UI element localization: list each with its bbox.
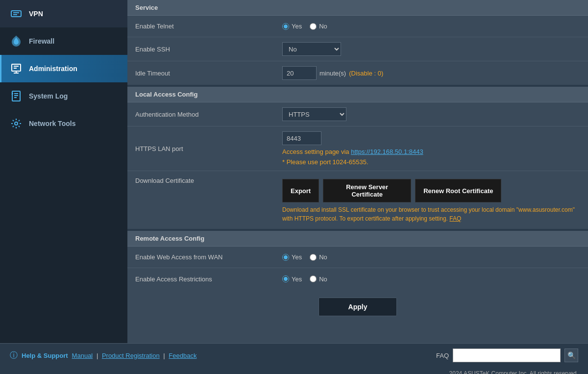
vpn-icon	[9, 7, 23, 21]
faq-label: FAQ	[436, 352, 449, 359]
web-yes-radio[interactable]	[282, 254, 289, 261]
web-no-option[interactable]: No	[310, 253, 327, 261]
cert-description: Download and install SSL certificate on …	[282, 205, 580, 223]
product-reg-link[interactable]: Product Registration	[102, 352, 160, 359]
auth-method-select[interactable]: HTTPS HTTP & HTTPS	[282, 107, 346, 121]
rest-yes-option[interactable]: Yes	[282, 275, 302, 283]
download-cert-control: Export Renew Server Certificate Renew Ro…	[282, 177, 580, 223]
enable-telnet-label: Enable Telnet	[135, 23, 282, 30]
https-port-area: Access setting page via https://192.168.…	[282, 131, 580, 166]
enable-ssh-select[interactable]: No Yes	[282, 42, 341, 56]
search-button[interactable]: 🔍	[564, 349, 578, 362]
sidebar: VPN Firewall Administration	[0, 0, 127, 343]
telnet-no-radio[interactable]	[310, 23, 317, 30]
apply-row: Apply	[127, 290, 588, 324]
remote-access-section: Remote Access Config Enable Web Access f…	[127, 231, 588, 290]
sidebar-item-label: Network Tools	[29, 120, 75, 127]
enable-web-access-row: Enable Web Access from WAN Yes No	[127, 247, 588, 268]
download-cert-row: Download Certificate Export Renew Server…	[127, 171, 588, 229]
enable-restrictions-row: Enable Access Restrictions Yes No	[127, 268, 588, 290]
rest-yes-radio[interactable]	[282, 275, 289, 282]
enable-ssh-row: Enable SSH No Yes	[127, 37, 588, 61]
telnet-no-option[interactable]: No	[310, 23, 327, 30]
enable-web-radio-group: Yes No	[282, 253, 580, 261]
enable-restrictions-radio-group: Yes No	[282, 275, 580, 283]
https-port-note: * Please use port 1024-65535.	[282, 158, 580, 166]
https-port-row: HTTPS LAN port Access setting page via h…	[127, 126, 588, 171]
web-no-radio[interactable]	[310, 254, 317, 261]
cert-faq-link[interactable]: FAQ	[449, 215, 461, 222]
download-cert-label: Download Certificate	[135, 177, 282, 184]
svg-rect-0	[11, 11, 21, 17]
idle-timeout-row: Idle Timeout minute(s) (Disable : 0)	[127, 61, 588, 85]
cert-buttons: Export Renew Server Certificate Renew Ro…	[282, 179, 580, 202]
telnet-yes-radio[interactable]	[282, 23, 289, 30]
copyright: 2024 ASUSTeK Computer Inc. All rights re…	[0, 367, 588, 374]
service-section: Service Enable Telnet Yes No	[127, 0, 588, 85]
enable-restrictions-label: Enable Access Restrictions	[135, 275, 282, 283]
main-content: Service Enable Telnet Yes No	[127, 0, 588, 343]
https-access-link[interactable]: https://192.168.50.1:8443	[351, 148, 423, 155]
enable-telnet-row: Enable Telnet Yes No	[127, 16, 588, 37]
apply-button[interactable]: Apply	[318, 298, 397, 316]
manual-link[interactable]: Manual	[72, 352, 93, 359]
renew-root-cert-button[interactable]: Renew Root Certificate	[415, 179, 501, 202]
tools-icon	[9, 117, 23, 130]
footer-links: Manual | Product Registration | Feedback	[72, 352, 197, 359]
auth-method-row: Authentication Method HTTPS HTTP & HTTPS	[127, 102, 588, 126]
enable-restrictions-control: Yes No	[282, 275, 580, 283]
firewall-icon	[9, 34, 23, 48]
service-section-header: Service	[127, 0, 588, 16]
question-icon: ⓘ	[10, 350, 18, 361]
idle-timeout-control: minute(s) (Disable : 0)	[282, 66, 580, 80]
web-yes-option[interactable]: Yes	[282, 253, 302, 261]
sidebar-item-label: System Log	[29, 92, 68, 100]
auth-method-label: Authentication Method	[135, 111, 282, 118]
enable-telnet-control: Yes No	[282, 23, 580, 30]
https-port-input[interactable]	[282, 131, 321, 145]
local-access-section-header: Local Access Config	[127, 87, 588, 102]
search-icon: 🔍	[567, 351, 576, 359]
enable-web-access-label: Enable Web Access from WAN	[135, 253, 282, 261]
local-access-section: Local Access Config Authentication Metho…	[127, 87, 588, 229]
faq-search-input[interactable]	[453, 349, 561, 362]
sep1: |	[97, 352, 98, 359]
sidebar-item-label: Administration	[29, 65, 77, 73]
idle-timeout-input[interactable]	[282, 66, 317, 80]
admin-icon	[9, 62, 23, 75]
help-text: Help & Support	[22, 352, 68, 359]
sidebar-item-vpn[interactable]: VPN	[0, 0, 127, 27]
sidebar-item-label: Firewall	[29, 37, 54, 45]
log-icon	[9, 89, 23, 103]
sidebar-item-label: VPN	[29, 10, 43, 18]
export-button[interactable]: Export	[282, 179, 319, 202]
rest-no-radio[interactable]	[310, 275, 317, 282]
svg-point-3	[15, 122, 18, 125]
https-port-control: Access setting page via https://192.168.…	[282, 131, 580, 166]
https-access-link-text: Access setting page via https://192.168.…	[282, 148, 580, 155]
footer-right: FAQ 🔍	[436, 349, 578, 362]
sidebar-item-firewall[interactable]: Firewall	[0, 27, 127, 55]
enable-telnet-radio-group: Yes No	[282, 23, 580, 30]
idle-timeout-label: Idle Timeout	[135, 70, 282, 77]
sep2: |	[163, 352, 165, 359]
sidebar-item-system-log[interactable]: System Log	[0, 82, 127, 110]
auth-method-control: HTTPS HTTP & HTTPS	[282, 107, 580, 121]
renew-server-cert-button[interactable]: Renew Server Certificate	[323, 179, 411, 202]
idle-timeout-hint: (Disable : 0)	[349, 70, 383, 77]
sidebar-item-network-tools[interactable]: Network Tools	[0, 110, 127, 137]
footer: ⓘ Help & Support Manual | Product Regist…	[0, 343, 588, 367]
https-port-label: HTTPS LAN port	[135, 145, 282, 152]
footer-left: ⓘ Help & Support Manual | Product Regist…	[10, 350, 196, 361]
telnet-yes-option[interactable]: Yes	[282, 23, 302, 30]
feedback-link[interactable]: Feedback	[169, 352, 196, 359]
rest-no-option[interactable]: No	[310, 275, 327, 283]
enable-web-access-control: Yes No	[282, 253, 580, 261]
idle-timeout-suffix: minute(s)	[319, 70, 346, 77]
enable-ssh-control: No Yes	[282, 42, 580, 56]
sidebar-item-administration[interactable]: Administration	[0, 55, 127, 82]
remote-access-section-header: Remote Access Config	[127, 231, 588, 247]
enable-ssh-label: Enable SSH	[135, 46, 282, 53]
